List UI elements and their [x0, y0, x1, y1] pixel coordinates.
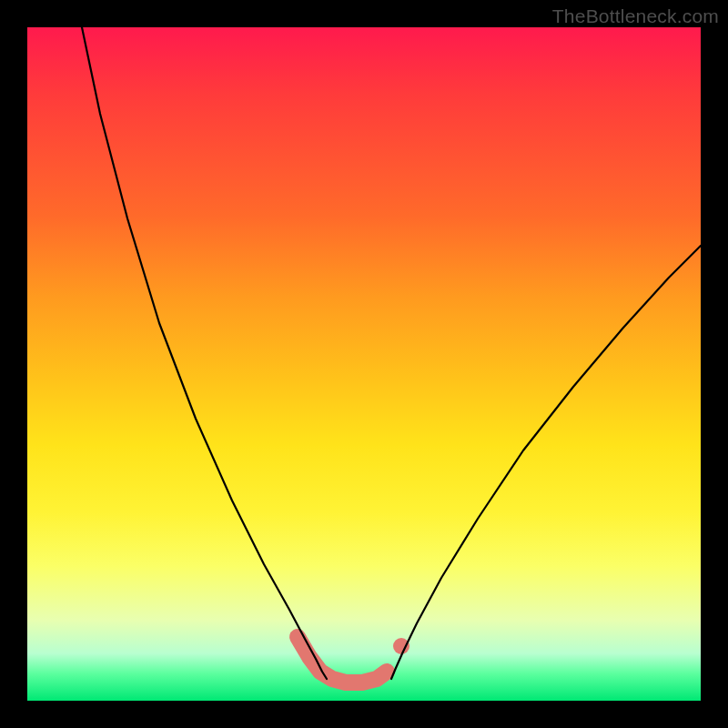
highlight-band: [298, 637, 387, 682]
curve-left-branch: [82, 27, 327, 679]
chart-plot-area: [27, 27, 701, 701]
curve-right-branch: [391, 246, 701, 679]
watermark-text: TheBottleneck.com: [552, 5, 719, 27]
curve-svg: [27, 27, 701, 701]
highlight-dot: [393, 638, 410, 654]
